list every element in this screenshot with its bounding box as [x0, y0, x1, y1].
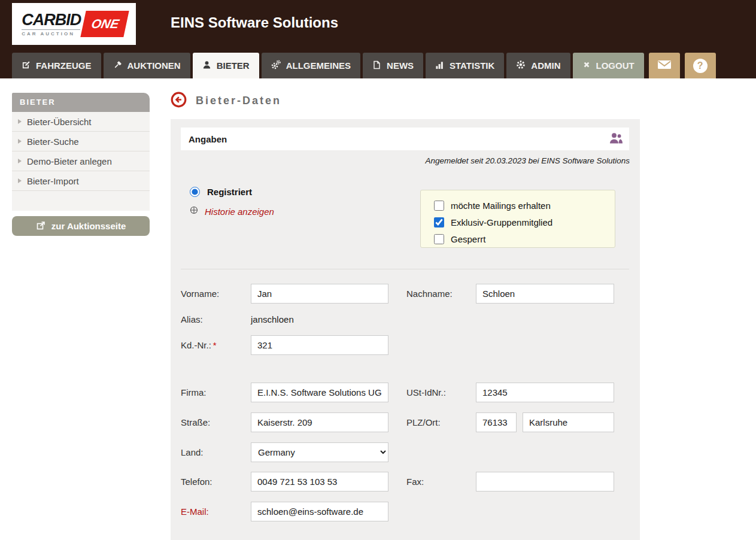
mail-icon	[657, 59, 672, 73]
fax-input[interactable]	[476, 472, 614, 492]
people-icon	[609, 132, 623, 146]
ort-input[interactable]	[523, 412, 614, 432]
alias-label: Alias:	[181, 310, 250, 329]
sidebar-item-label: Demo-Bieter anlegen	[27, 156, 112, 166]
back-icon[interactable]	[171, 92, 187, 110]
arrow-right-icon	[18, 139, 22, 144]
help-button[interactable]: ?	[685, 53, 716, 78]
checkbox-label: Gesperrt	[451, 234, 485, 244]
angaben-section-header: Angaben	[181, 128, 629, 150]
vorname-input[interactable]	[251, 284, 388, 304]
ustid-label: USt-IdNr.:	[406, 383, 475, 402]
logo-one-badge: ONE	[81, 11, 129, 37]
app-header: CARBID CAR AUCTION ONE EINS Software Sol…	[0, 0, 756, 78]
circle-plus-icon	[190, 206, 198, 217]
arrow-right-icon	[18, 178, 22, 183]
registriert-radio[interactable]	[190, 187, 200, 197]
arrow-right-icon	[18, 159, 22, 163]
tab-allgemeines[interactable]: ALLGEMEINES	[262, 53, 360, 78]
external-link-icon	[36, 220, 46, 232]
document-icon	[372, 60, 381, 71]
page-head: Bieter-Daten	[171, 92, 281, 110]
section-title: Angaben	[189, 134, 609, 144]
mailings-checkbox-row: möchte Mailings erhalten	[434, 197, 615, 214]
kdnr-input[interactable]	[251, 335, 388, 355]
arrow-right-icon	[18, 119, 22, 124]
logo-subtitle: CAR AUCTION	[22, 31, 75, 37]
nachname-label: Nachname:	[406, 284, 475, 304]
exklusiv-checkbox[interactable]	[434, 217, 444, 227]
firma-label: Firma:	[181, 383, 250, 402]
tab-statistik[interactable]: STATISTIK	[426, 53, 504, 78]
tab-label: LOGOUT	[596, 60, 634, 71]
bieter-daten-panel: Angaben Angemeldet seit 20.03.2023 bei E…	[171, 119, 640, 540]
ustid-input[interactable]	[476, 383, 614, 402]
carbid-one-logo[interactable]: CARBID CAR AUCTION ONE	[12, 3, 136, 45]
strasse-label: Straße:	[181, 412, 250, 432]
gesperrt-checkbox-row: Gesperrt	[434, 230, 615, 247]
tab-news[interactable]: NEWS	[363, 53, 423, 78]
x-icon	[582, 60, 591, 71]
land-select[interactable]: Germany	[251, 442, 388, 462]
email-label: E-Mail:	[181, 502, 250, 521]
sidebar-item-bieter-suche[interactable]: Bieter-Suche	[12, 132, 150, 151]
plzort-label: PLZ/Ort:	[406, 412, 475, 432]
logo-text: CARBID CAR AUCTION	[22, 12, 81, 37]
logo-carbid-text: CARBID	[22, 12, 81, 28]
sidebar-item-demo-bieter-anlegen[interactable]: Demo-Bieter anlegen	[12, 151, 150, 171]
plz-input[interactable]	[476, 412, 517, 432]
gesperrt-checkbox[interactable]	[434, 234, 444, 244]
telefon-label: Telefon:	[181, 472, 250, 492]
form-divider	[181, 269, 629, 269]
bar-chart-icon	[435, 60, 444, 71]
sidebar-list: Bieter-Übersicht Bieter-Suche Demo-Biete…	[12, 112, 150, 211]
tab-label: AUKTIONEN	[127, 60, 181, 71]
tab-bieter[interactable]: BIETER	[193, 53, 259, 78]
historie-anzeigen-link-row[interactable]: Historie anzeigen	[190, 206, 274, 217]
main-nav: FAHRZEUGE AUKTIONEN BIETER ALLGEMEINES N…	[12, 53, 756, 78]
status-checkbox-panel: möchte Mailings erhalten Exklusiv-Gruppe…	[420, 190, 615, 248]
tab-label: BIETER	[217, 60, 250, 71]
tab-label: STATISTIK	[450, 60, 494, 71]
tab-label: ADMIN	[531, 60, 560, 71]
registriert-radio-row: Registriert	[190, 187, 252, 197]
checkbox-label: Exklusiv-Gruppenmitglied	[451, 217, 552, 227]
gavel-icon	[113, 60, 122, 71]
mailings-checkbox[interactable]	[434, 201, 444, 211]
question-mark-icon: ?	[693, 59, 708, 73]
alias-value: janschloen	[251, 310, 294, 329]
fax-label: Fax:	[406, 472, 475, 492]
logo-divider	[22, 29, 80, 30]
registriert-label: Registriert	[207, 187, 252, 197]
sidebar-item-label: Bieter-Übersicht	[27, 117, 92, 127]
gears-icon	[271, 60, 281, 71]
historie-anzeigen-link: Historie anzeigen	[205, 207, 274, 217]
zur-auktionsseite-button[interactable]: zur Auktionsseite	[12, 216, 150, 236]
edit-icon	[22, 60, 31, 71]
telefon-input[interactable]	[251, 472, 388, 492]
nachname-input[interactable]	[476, 284, 614, 304]
sidebar-item-bieter-uebersicht[interactable]: Bieter-Übersicht	[12, 112, 150, 132]
strasse-input[interactable]	[251, 412, 388, 432]
person-icon	[202, 60, 211, 71]
app-title: EINS Software Solutions	[171, 14, 338, 31]
sidebar-item-label: Bieter-Import	[27, 176, 79, 186]
tab-label: FAHRZEUGE	[36, 60, 92, 71]
email-input[interactable]	[251, 502, 388, 521]
checkbox-label: möchte Mailings erhalten	[451, 201, 551, 211]
tab-logout[interactable]: LOGOUT	[573, 53, 644, 78]
sidebar-item-bieter-import[interactable]: Bieter-Import	[12, 171, 150, 191]
tab-admin[interactable]: ADMIN	[506, 53, 570, 78]
vorname-label: Vorname:	[181, 284, 250, 304]
kdnr-label: Kd.-Nr.:*	[181, 335, 250, 355]
sidebar-item-label: Bieter-Suche	[27, 136, 79, 147]
tab-label: NEWS	[387, 60, 414, 71]
firma-input[interactable]	[251, 383, 388, 402]
tab-label: ALLGEMEINES	[286, 60, 351, 71]
tab-auktionen[interactable]: AUKTIONEN	[104, 53, 190, 78]
land-label: Land:	[181, 442, 250, 462]
button-label: zur Auktionsseite	[51, 221, 126, 231]
tab-fahrzeuge[interactable]: FAHRZEUGE	[12, 53, 101, 78]
gear-icon	[516, 60, 526, 71]
mail-button[interactable]	[649, 53, 680, 78]
